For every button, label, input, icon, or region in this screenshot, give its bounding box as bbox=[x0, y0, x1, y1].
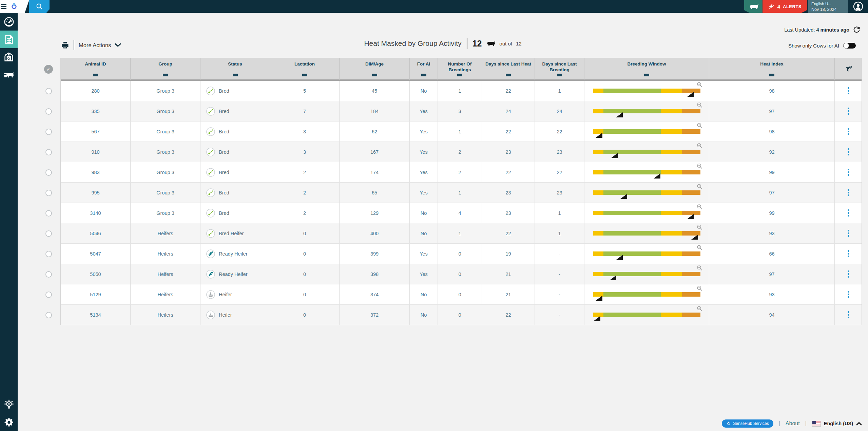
row-menu-button[interactable] bbox=[846, 146, 851, 157]
column-header-animal-id[interactable]: Animal ID bbox=[61, 58, 131, 80]
row-menu-button[interactable] bbox=[846, 167, 851, 178]
row-select-radio[interactable] bbox=[45, 129, 52, 135]
zoom-in-icon[interactable] bbox=[697, 306, 702, 312]
row-select-radio[interactable] bbox=[45, 149, 52, 155]
row-select-radio[interactable] bbox=[45, 108, 52, 115]
zoom-in-icon[interactable] bbox=[697, 123, 702, 128]
column-header-lactation[interactable]: Lactation bbox=[270, 58, 340, 80]
table-row[interactable]: 3140 Group 3 Bred 2 129 No 4 23 1 99 bbox=[61, 203, 862, 223]
column-header-status[interactable]: Status bbox=[200, 58, 270, 80]
cow-count-icon bbox=[485, 41, 496, 46]
zoom-in-icon[interactable] bbox=[697, 102, 702, 108]
column-filter-icon[interactable] bbox=[233, 73, 238, 77]
row-menu-button[interactable] bbox=[846, 228, 851, 239]
row-select-radio[interactable] bbox=[45, 169, 52, 176]
table-row[interactable]: 5047 Heifers Ready Heifer 0 399 Yes 0 19… bbox=[61, 244, 862, 264]
row-menu-button[interactable] bbox=[846, 268, 851, 280]
row-menu-button[interactable] bbox=[846, 106, 851, 117]
zoom-in-icon[interactable] bbox=[697, 285, 702, 291]
row-menu-button[interactable] bbox=[846, 85, 851, 96]
sidebar-item-reports[interactable] bbox=[0, 31, 18, 48]
column-filter-icon[interactable] bbox=[421, 73, 426, 77]
cell-animal-id: 983 bbox=[61, 162, 131, 182]
row-menu-button[interactable] bbox=[846, 309, 851, 320]
table-row[interactable]: 983 Group 3 Bred 2 174 Yes 2 22 22 99 bbox=[61, 162, 862, 183]
cell-number-of-breedings: 0 bbox=[438, 284, 482, 304]
column-filter-icon[interactable] bbox=[302, 73, 307, 77]
language-date-panel[interactable]: English U... Nov 18, 2024 bbox=[808, 0, 848, 13]
row-menu-button[interactable] bbox=[846, 126, 851, 137]
sensehub-services-button[interactable]: SenseHub Services bbox=[722, 419, 773, 428]
row-select-radio[interactable] bbox=[45, 271, 52, 278]
zoom-in-icon[interactable] bbox=[697, 265, 702, 271]
zoom-in-icon[interactable] bbox=[697, 245, 702, 250]
cell-dim-age: 45 bbox=[340, 81, 410, 101]
table-row[interactable]: 280 Group 3 Bred 5 45 No 1 22 1 98 bbox=[61, 81, 862, 101]
row-menu-button[interactable] bbox=[846, 187, 851, 198]
more-actions-button[interactable]: More Actions bbox=[79, 42, 121, 49]
row-select-radio[interactable] bbox=[45, 230, 52, 237]
language-selector[interactable]: English (US) bbox=[812, 421, 862, 427]
sidebar-item-dashboard[interactable] bbox=[0, 13, 18, 31]
row-select-radio[interactable] bbox=[45, 88, 52, 94]
menu-icon[interactable] bbox=[1, 3, 6, 10]
table-row[interactable]: 5129 Heifers Heifer 0 374 No 0 21 - 93 bbox=[61, 284, 862, 305]
zoom-in-icon[interactable] bbox=[697, 224, 702, 230]
account-button[interactable] bbox=[848, 0, 868, 13]
search-icon bbox=[36, 3, 43, 10]
about-link[interactable]: About bbox=[786, 420, 800, 427]
insemination-icon bbox=[206, 107, 215, 116]
row-menu-button[interactable] bbox=[846, 248, 851, 259]
column-filter-icon[interactable] bbox=[769, 73, 774, 77]
column-header-dim-age[interactable]: DIM/Age bbox=[340, 58, 410, 80]
table-row[interactable]: 910 Group 3 Bred 3 167 Yes 2 23 23 92 bbox=[61, 142, 862, 162]
column-filter-icon[interactable] bbox=[163, 73, 168, 77]
cell-heat-index: 98 bbox=[709, 81, 835, 101]
column-header-for-ai[interactable]: For AI bbox=[410, 58, 438, 80]
sidebar-item-suggestions[interactable] bbox=[0, 396, 18, 413]
zoom-in-icon[interactable] bbox=[697, 163, 702, 169]
table-row[interactable]: 567 Group 3 Bred 3 62 Yes 1 22 22 98 bbox=[61, 121, 862, 142]
cow-list-button[interactable] bbox=[744, 0, 763, 13]
zoom-in-icon[interactable] bbox=[697, 143, 702, 149]
zoom-in-icon[interactable] bbox=[697, 204, 702, 210]
row-select-radio[interactable] bbox=[45, 190, 52, 196]
column-filter-icon[interactable] bbox=[506, 73, 511, 77]
sidebar-item-settings[interactable] bbox=[0, 413, 18, 431]
show-only-toggle[interactable] bbox=[843, 43, 856, 49]
table-row[interactable]: 5050 Heifers Ready Heifer 0 398 Yes 0 21… bbox=[61, 264, 862, 284]
column-header-number-of-breedings[interactable]: Number Of Breedings bbox=[438, 58, 482, 80]
table-row[interactable]: 335 Group 3 Bred 7 184 Yes 3 24 24 97 bbox=[61, 101, 862, 121]
column-filter-icon[interactable] bbox=[457, 73, 462, 77]
table-row[interactable]: 5046 Heifers Bred Heifer 0 400 No 1 22 1… bbox=[61, 223, 862, 244]
alerts-button[interactable]: 4 ALERTS bbox=[763, 0, 807, 13]
zoom-in-icon[interactable] bbox=[697, 184, 702, 189]
row-menu-button[interactable] bbox=[846, 289, 851, 300]
row-select-radio[interactable] bbox=[45, 210, 52, 217]
cell-group: Group 3 bbox=[131, 101, 200, 121]
sidebar-item-farm[interactable] bbox=[0, 48, 18, 66]
zoom-in-icon[interactable] bbox=[697, 82, 702, 88]
table-row[interactable]: 5134 Heifers Heifer 0 372 No 0 22 - 94 bbox=[61, 305, 862, 325]
column-header-heat-index[interactable]: Heat Index bbox=[709, 58, 835, 80]
clear-filter-button[interactable] bbox=[835, 58, 862, 80]
column-filter-icon[interactable] bbox=[644, 73, 649, 77]
column-header-breeding-window[interactable]: Breeding Window bbox=[584, 58, 709, 80]
out-of-label: out of bbox=[499, 41, 512, 46]
column-filter-icon[interactable] bbox=[557, 73, 562, 77]
row-select-radio[interactable] bbox=[45, 292, 52, 298]
column-filter-icon[interactable] bbox=[372, 73, 377, 77]
select-all-button[interactable]: ✓ bbox=[44, 65, 53, 74]
table-row[interactable]: 995 Group 3 Bred 2 65 Yes 1 23 23 97 bbox=[61, 183, 862, 203]
print-button[interactable] bbox=[61, 41, 69, 49]
sidebar-item-cow-sorting[interactable] bbox=[0, 66, 18, 83]
row-select-radio[interactable] bbox=[45, 312, 52, 318]
row-menu-button[interactable] bbox=[846, 207, 851, 219]
search-button[interactable] bbox=[29, 0, 50, 13]
row-select-radio[interactable] bbox=[45, 251, 52, 257]
column-header-group[interactable]: Group bbox=[131, 58, 200, 80]
column-header-days-since-last-heat[interactable]: Days since Last Heat bbox=[482, 58, 535, 80]
column-header-days-since-last-breeding[interactable]: Days since Last Breeding bbox=[535, 58, 584, 80]
column-filter-icon[interactable] bbox=[93, 73, 98, 77]
refresh-button[interactable] bbox=[853, 26, 861, 34]
